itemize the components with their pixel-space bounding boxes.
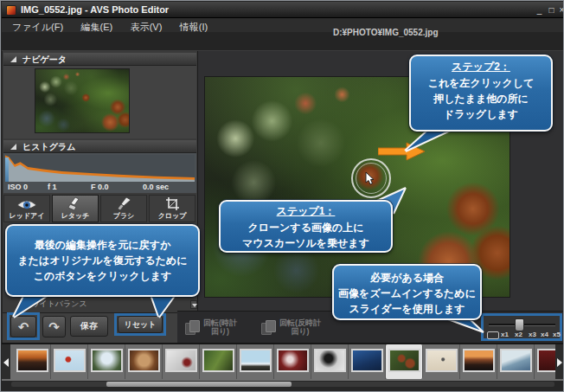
exif-shutter: 0.0 sec (143, 183, 169, 191)
thumbnail-forest-sky[interactable] (88, 344, 125, 379)
retouch-tool-label: レタッチ (61, 211, 90, 221)
callout-zoom-line2: 画像をズームインするために (334, 286, 480, 301)
redo-icon: ↷ (48, 320, 60, 333)
window-title: IMG_0552.jpg - AVS Photo Editor (21, 2, 169, 18)
brush-icon (116, 196, 131, 211)
zoom-x5-label[interactable]: x5 (553, 331, 561, 338)
callout-zoom: 必要がある場合 画像をズームインするために スライダーを使用します (332, 264, 482, 320)
exif-fstop: F 0.0 (91, 183, 109, 191)
close-button[interactable]: × (556, 4, 564, 16)
collapse-triangle-icon (10, 144, 16, 150)
crop-icon (165, 196, 180, 211)
scroll-down-arrow[interactable] (190, 300, 197, 309)
tab-bar: ブラウズ 編集 印刷 (2, 32, 563, 51)
thumbnail-green-foliage[interactable] (200, 344, 237, 379)
rotate-cw-button[interactable]: 回転(時計 回り) (184, 314, 237, 340)
app-window: IMG_0552.jpg - AVS Photo Editor _ □ × ファ… (0, 0, 564, 392)
filmstrip-right-arrow[interactable] (555, 344, 564, 379)
zoom-x4-label[interactable]: x4 (541, 331, 548, 338)
image-path: D:¥PHOTO¥IMG_0552.jpg (333, 28, 439, 37)
thumbnail-boat-water[interactable] (497, 344, 535, 379)
filmstrip-left-arrow[interactable] (2, 344, 10, 379)
right-triangle-icon (557, 358, 562, 367)
exif-aperture: f 1 (48, 183, 57, 191)
callout-zoom-line1: 必要がある場合 (334, 270, 480, 286)
thumbnail-snow-fabric[interactable] (163, 344, 200, 379)
rotate-ccw-label-1: 回転(反時計 (279, 318, 321, 327)
filmstrip-scrollbar-thumb[interactable] (106, 382, 292, 387)
thumbnail-red-airplane[interactable] (51, 344, 88, 379)
callout-step1-title: ステップ1： (221, 203, 391, 220)
zoom-slider-thumb[interactable] (515, 318, 524, 331)
callout-step2-line1: これを左クリックして (411, 75, 551, 91)
rotate-cw-label-1: 回転(時計 (203, 318, 237, 327)
thumbnail-red-flowers[interactable] (274, 344, 311, 379)
callout-step1-line2: マウスカーソルを乗せます (221, 235, 391, 251)
zoom-x2-label[interactable]: x2 (515, 331, 522, 338)
callout-step1-line1: クローンする画像の上に (221, 220, 391, 235)
callout-zoom-line3: スライダーを使用します (334, 301, 480, 317)
minimize-button[interactable]: _ (534, 4, 545, 16)
thumbnail-pine-cones-selected[interactable] (386, 344, 423, 379)
exif-iso: ISO 0 (8, 183, 28, 191)
navigator-header[interactable]: ナビゲータ (3, 53, 196, 66)
callout-step2-line2: 押したまま他の所に (411, 91, 551, 106)
zoom-x3-label[interactable]: x3 (529, 331, 536, 338)
thumbnail-clouds[interactable] (237, 344, 274, 379)
navigator-title: ナビゲータ (22, 53, 67, 66)
navigator-thumbnail[interactable] (35, 68, 130, 133)
collapse-triangle-icon (10, 56, 16, 62)
callout-step2-title: ステップ2： (411, 59, 551, 75)
histogram-graph (5, 155, 195, 182)
zoom-slider-panel: x1 x2 x3 x4 x5 (481, 313, 562, 341)
thumbnail-palm-sunset[interactable] (460, 344, 497, 379)
callout-undo-line1: 最後の編集操作を元に戻すか (7, 237, 198, 253)
callout-undo: 最後の編集操作を元に戻すか またはオリジナルを復元するために このボタンをクリッ… (5, 224, 200, 297)
red-eye-icon (16, 198, 38, 211)
zoom-x1-label[interactable]: x1 (501, 331, 509, 338)
app-icon (6, 5, 16, 16)
histogram-blue-spike (5, 157, 9, 182)
redeye-tool-label: レッドアイ (10, 211, 45, 221)
rotate-cw-icon (184, 319, 200, 335)
fit-to-screen-icon[interactable] (487, 331, 499, 339)
crop-tool-button[interactable]: クロップ (149, 195, 195, 222)
thumbnail-black-bird[interactable] (311, 344, 349, 379)
thumbnail-blue-water[interactable] (349, 344, 386, 379)
rotate-ccw-button[interactable]: 回転(反時計 回り) (260, 314, 321, 340)
menu-bar: ファイル(F) 編集(E) 表示(V) 情報(I) (2, 18, 563, 32)
redeye-tool-button[interactable]: レッドアイ (3, 195, 50, 222)
brush-tool-label: ブラシ (113, 211, 135, 221)
crop-tool-label: クロップ (158, 211, 187, 221)
rotate-cw-label-2: 回り) (211, 327, 229, 336)
thumbnail-sunset[interactable] (14, 344, 51, 379)
callout-step2: ステップ2： これを左クリックして 押したまま他の所に ドラッグします (409, 55, 553, 132)
retouch-tool-button[interactable]: レタッチ (52, 195, 99, 222)
brush-tool-button[interactable]: ブラシ (100, 195, 147, 222)
histogram-title: ヒストグラム (22, 140, 75, 153)
left-triangle-icon (3, 358, 9, 367)
histogram-header[interactable]: ヒストグラム (3, 140, 196, 153)
callout-undo-line2: またはオリジナルを復元するために (7, 253, 198, 268)
save-button[interactable]: 保存 (70, 316, 108, 337)
callout-step1: ステップ1： クローンする画像の上に マウスカーソルを乗せます (219, 200, 393, 253)
thumbnail-beach-bird[interactable] (423, 344, 460, 379)
callout-undo-line3: このボタンをクリックします (7, 268, 198, 284)
callout-step2-line3: ドラッグします (411, 106, 551, 122)
clone-stamp-icon (67, 196, 84, 211)
thumbnail-coffee-cup[interactable] (125, 344, 163, 379)
rotate-ccw-icon (260, 319, 276, 335)
rotate-ccw-label-2: 回り) (291, 327, 309, 336)
title-bar[interactable]: IMG_0552.jpg - AVS Photo Editor _ □ × (2, 2, 563, 18)
